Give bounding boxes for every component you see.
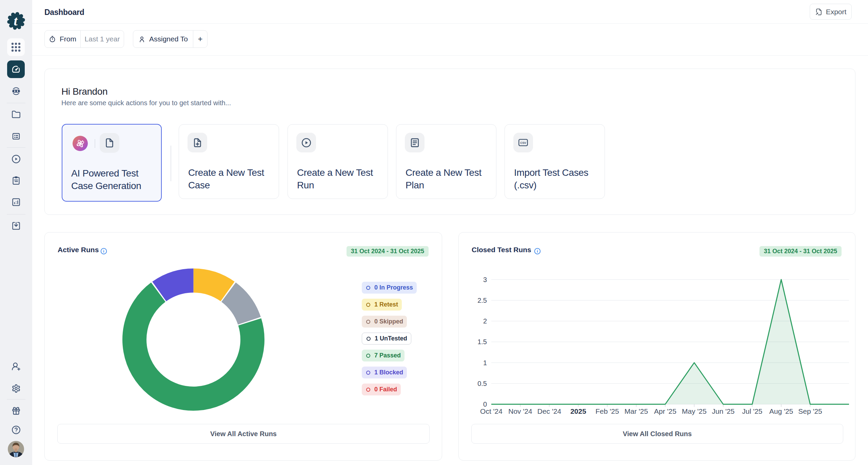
svg-text:Dec '24: Dec '24: [537, 407, 561, 415]
svg-text:Sep '25: Sep '25: [798, 407, 822, 415]
svg-text:Jul '25: Jul '25: [742, 407, 762, 415]
svg-text:Apr '25: Apr '25: [654, 407, 676, 415]
svg-text:0: 0: [483, 401, 487, 408]
svg-text:Mar '25: Mar '25: [625, 407, 648, 415]
svg-text:1.5: 1.5: [477, 338, 487, 346]
svg-text:2: 2: [483, 317, 487, 325]
svg-text:2.5: 2.5: [477, 297, 487, 304]
svg-text:May '25: May '25: [682, 407, 707, 415]
svg-text:2025: 2025: [570, 407, 586, 415]
svg-text:CSV: CSV: [520, 142, 526, 145]
svg-text:Feb '25: Feb '25: [595, 407, 619, 415]
svg-text:Jun '25: Jun '25: [712, 407, 734, 415]
svg-text:Aug '25: Aug '25: [769, 407, 793, 415]
svg-text:3: 3: [483, 276, 487, 283]
svg-text:0.5: 0.5: [477, 380, 487, 387]
svg-text:1: 1: [483, 359, 487, 367]
svg-text:t: t: [14, 13, 18, 29]
svg-text:Nov '24: Nov '24: [508, 407, 532, 415]
svg-text:Oct '24: Oct '24: [480, 407, 502, 415]
